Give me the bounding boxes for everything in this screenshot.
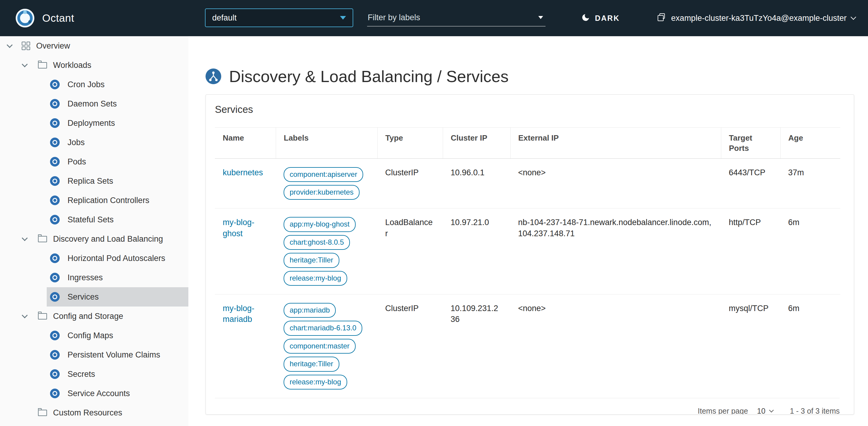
horizontal-pod-autoscalers-icon [50,253,60,263]
chevron-down-icon [340,16,346,20]
secrets-icon [50,369,60,379]
sidebar-item-horizontal-pod-autoscalers[interactable]: Horizontal Pod Autoscalers [0,249,188,268]
theme-toggle-button[interactable]: DARK [581,0,620,36]
label-pill: heritage:Tiller [284,253,339,267]
sidebar-group-label: Workloads [53,61,91,70]
cell-target-ports: 6443/TCP [721,159,780,208]
load-balancer-icon [206,68,221,84]
sidebar-item-label: Ingresses [67,273,103,282]
sidebar-item-services[interactable]: Services [0,287,188,307]
chevron-down-icon[interactable] [6,44,13,48]
cluster-icon [657,12,666,24]
namespace-select[interactable]: default [205,8,353,27]
sidebar-group-workloads[interactable]: Workloads [0,56,188,75]
chevron-down-icon [850,14,856,20]
cell-type: ClusterIP [377,159,443,208]
table-row: kubernetes component:apiserver provider:… [215,159,840,208]
moon-icon [581,13,590,23]
overview-icon [22,41,30,50]
label-pill: component:apiserver [284,167,363,182]
sidebar-group-custom-resources[interactable]: Custom Resources [0,403,188,422]
column-header-external-ip: External IP [510,127,721,159]
table-row: my-blog-ghost app:my-blog-ghost chart:gh… [215,208,840,294]
column-header-target-ports: Target Ports [721,127,780,159]
sidebar: Overview Workloads Cron Jobs Daemon Sets… [0,36,188,426]
pods-icon [50,157,60,167]
service-link[interactable]: my-blog-mariadb [223,304,254,324]
cell-target-ports: mysql/TCP [721,294,780,398]
sidebar-group-label: Config and Storage [53,312,123,321]
column-header-type: Type [377,127,443,159]
sidebar-item-deployments[interactable]: Deployments [0,113,188,133]
sidebar-item-jobs[interactable]: Jobs [0,133,188,152]
sidebar-item-secrets[interactable]: Secrets [0,365,188,384]
label-pill: app:my-blog-ghost [284,217,355,232]
sidebar-item-pods[interactable]: Pods [0,152,188,171]
table-row: my-blog-mariadb app:mariadb chart:mariad… [215,294,840,398]
sidebar-item-label: Daemon Sets [67,99,117,109]
column-header-labels: Labels [276,127,377,159]
sidebar-item-replication-controllers[interactable]: Replication Controllers [0,191,188,210]
chevron-down-icon[interactable] [21,314,28,318]
items-per-page-select[interactable]: 10 [757,407,773,415]
sidebar-item-ingresses[interactable]: Ingresses [0,268,188,287]
sidebar-item-label: Secrets [67,370,95,379]
items-per-page-label: Items per page [698,407,748,415]
service-link[interactable]: my-blog-ghost [223,218,254,238]
main-content: Discovery & Load Balancing / Services Se… [188,36,868,426]
page-header: Discovery & Load Balancing / Services [206,56,508,96]
sidebar-item-label: Config Maps [67,331,113,340]
jobs-icon [50,138,60,147]
sidebar-item-label: Persistent Volume Claims [67,350,160,360]
label-pill: provider:kubernetes [284,185,360,200]
sidebar-item-persistent-volume-claims[interactable]: Persistent Volume Claims [0,345,188,365]
persistent-volume-claims-icon [50,350,60,360]
sidebar-item-daemon-sets[interactable]: Daemon Sets [0,94,188,113]
chevron-down-icon [538,16,543,19]
chevron-down-icon [769,408,774,413]
service-link[interactable]: kubernetes [223,168,263,177]
label-filter [367,9,546,27]
sidebar-item-stateful-sets[interactable]: Stateful Sets [0,210,188,229]
app-title: Octant [42,0,74,36]
cell-external-ip: <none> [510,159,721,208]
daemon-sets-icon [50,99,60,109]
label-pill: chart:mariadb-6.13.0 [284,321,362,336]
services-card: Services Name Labels Type Cluster IP Ext… [206,94,854,415]
sidebar-group-discovery-and-load-balancing[interactable]: Discovery and Load Balancing [0,229,188,249]
cluster-context-selector[interactable]: example-cluster-ka3TuTzYo4a@example-clus… [657,0,855,36]
sidebar-item-cron-jobs[interactable]: Cron Jobs [0,75,188,94]
cell-external-ip: <none> [510,294,721,398]
label-pill: app:mariadb [284,303,336,318]
label-filter-input[interactable] [367,13,536,23]
cluster-context-label: example-cluster-ka3TuTzYo4a@example-clus… [671,13,846,23]
card-title: Services [215,104,845,115]
octant-logo-icon [15,8,35,28]
sidebar-item-replica-sets[interactable]: Replica Sets [0,171,188,191]
chevron-down-icon[interactable] [21,237,28,241]
services-icon [50,292,60,302]
folder-icon [38,236,47,242]
sidebar-group-label: Discovery and Load Balancing [53,234,163,244]
sidebar-group-config-and-storage[interactable]: Config and Storage [0,307,188,326]
namespace-select-value: default [212,13,237,23]
replication-controllers-icon [50,196,60,205]
cell-type: LoadBalancer [377,208,443,294]
sidebar-item-label: Services [67,292,99,302]
cell-age: 6m [780,208,840,294]
sidebar-item-service-accounts[interactable]: Service Accounts [0,384,188,403]
replica-sets-icon [50,176,60,186]
page-title: Discovery & Load Balancing / Services [229,67,508,86]
sidebar-item-label: Deployments [67,119,115,128]
label-pill: heritage:Tiller [284,357,339,371]
folder-icon [38,62,47,68]
ingresses-icon [50,273,60,282]
cell-target-ports: http/TCP [721,208,780,294]
sidebar-item-label: Stateful Sets [67,215,114,224]
chevron-down-icon[interactable] [21,63,28,67]
sidebar-item-config-maps[interactable]: Config Maps [0,326,188,345]
cell-type: ClusterIP [377,294,443,398]
sidebar-item-overview[interactable]: Overview [0,36,188,56]
column-header-name: Name [215,127,276,159]
config-maps-icon [50,331,60,340]
